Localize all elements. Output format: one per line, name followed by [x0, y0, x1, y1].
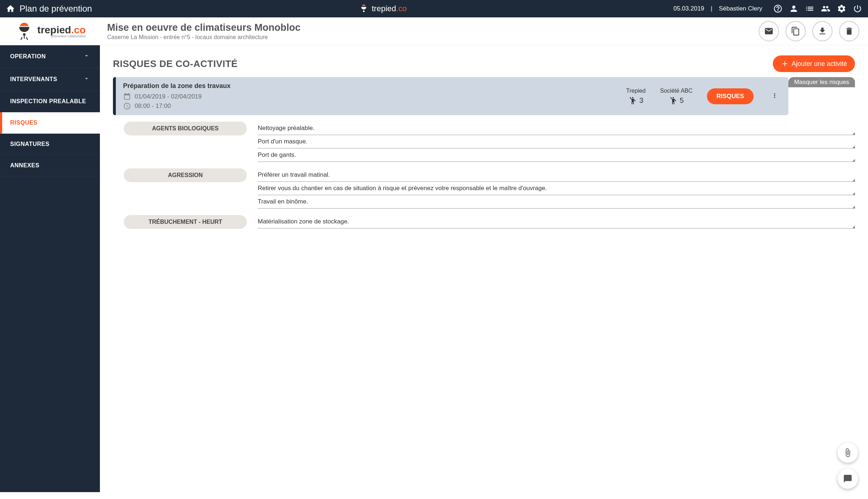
- sidebar: OPERATION INTERVENANTS INSPECTION PREALA…: [0, 45, 100, 492]
- sidebar-item-label: RISQUES: [10, 119, 38, 126]
- activity-main: Préparation de la zone des travaux 01/04…: [123, 82, 612, 110]
- activity-title: Préparation de la zone des travaux: [123, 82, 612, 90]
- settings-icon[interactable]: [837, 4, 846, 13]
- risk-row: AGRESSION Préférer un travail matinal. R…: [113, 162, 855, 209]
- chat-fab[interactable]: [838, 469, 858, 489]
- company-count: 5: [660, 96, 693, 105]
- risk-category: AGRESSION: [124, 168, 247, 182]
- person-icon[interactable]: [789, 4, 799, 13]
- measure-field[interactable]: Port d'un masque.: [258, 135, 855, 148]
- people-icon[interactable]: [821, 4, 830, 13]
- list-icon[interactable]: [805, 4, 814, 13]
- home-icon[interactable]: [6, 4, 15, 13]
- brand: trepied.co prévention collaborative: [0, 21, 100, 41]
- brand-logo-icon: [359, 4, 369, 14]
- risk-category: AGENTS BIOLOGIQUES: [124, 122, 247, 135]
- add-activity-button[interactable]: Ajouter une activité: [773, 55, 855, 72]
- risk-row: TRÉBUCHEMENT - HEURT Matérialisation zon…: [113, 209, 855, 229]
- risk-category: TRÉBUCHEMENT - HEURT: [124, 215, 247, 229]
- measure-field[interactable]: Matérialisation zone de stockage.: [258, 215, 855, 228]
- activity-time-text: 08:00 - 17:00: [135, 102, 171, 110]
- sidebar-item-label: SIGNATURES: [10, 141, 50, 147]
- sidebar-item-label: INTERVENANTS: [10, 76, 57, 83]
- sidebar-item-signatures[interactable]: SIGNATURES: [0, 134, 100, 155]
- risk-measures: Matérialisation zone de stockage.: [258, 215, 855, 228]
- attach-fab[interactable]: [838, 443, 858, 463]
- help-icon[interactable]: [773, 4, 783, 13]
- copy-button[interactable]: [785, 21, 806, 41]
- activity-date-text: 01/04/2019 - 02/04/2019: [135, 93, 202, 100]
- header-actions: [759, 21, 859, 41]
- risques-button[interactable]: RISQUES: [707, 88, 754, 104]
- risk-measures: Préférer un travail matinal. Retirer vou…: [258, 168, 855, 209]
- svg-point-0: [363, 11, 365, 12]
- sidebar-item-risques[interactable]: RISQUES: [0, 112, 100, 134]
- download-button[interactable]: [812, 21, 833, 41]
- more-icon[interactable]: [768, 89, 781, 104]
- fab-stack: [838, 443, 858, 489]
- person-standing-icon: [669, 96, 678, 105]
- page-title: RISQUES DE CO-ACTIVITÉ: [113, 58, 238, 70]
- clock-icon: [123, 102, 131, 110]
- person-standing-icon: [628, 96, 637, 105]
- svg-point-2: [632, 97, 633, 98]
- company-trepied: Trepied 3: [626, 88, 646, 105]
- sidebar-item-intervenants[interactable]: INTERVENANTS: [0, 68, 100, 91]
- company-count: 3: [626, 96, 646, 105]
- topbar-right: 05.03.2019 | Sébastien Clery: [673, 4, 862, 13]
- activity-date: 01/04/2019 - 02/04/2019: [123, 93, 612, 101]
- measure-field[interactable]: Travail en binôme.: [258, 195, 855, 209]
- project-info: Mise en oeuvre de climatiseurs Monobloc …: [107, 22, 751, 41]
- sidebar-item-label: OPERATION: [10, 53, 46, 60]
- topbar-icons: [773, 4, 862, 13]
- activity-card: Préparation de la zone des travaux 01/04…: [113, 77, 788, 115]
- calendar-icon: [123, 93, 131, 101]
- sidebar-item-annexes[interactable]: ANNEXES: [0, 155, 100, 176]
- measure-field[interactable]: Port de gants.: [258, 148, 855, 162]
- measure-field[interactable]: Retirer vous du chantier en cas de situa…: [258, 182, 855, 195]
- company-name: Trepied: [626, 88, 646, 94]
- brand-text-2: .co: [396, 4, 406, 13]
- breadcrumb: Plan de prévention: [20, 4, 92, 14]
- main-content: RISQUES DE CO-ACTIVITÉ Ajouter une activ…: [100, 45, 868, 492]
- chevron-down-icon: [83, 53, 90, 60]
- risk-measures: Nettoyage préalable. Port d'un masque. P…: [258, 122, 855, 162]
- svg-point-1: [23, 33, 26, 36]
- topbar-brand: trepied.co: [97, 4, 668, 14]
- sidebar-item-label: ANNEXES: [10, 162, 39, 169]
- topbar-separator: |: [711, 5, 712, 12]
- svg-point-3: [673, 97, 674, 98]
- hide-risks-button[interactable]: Masquer les risques: [788, 77, 855, 87]
- project-title: Mise en oeuvre de climatiseurs Monobloc: [107, 22, 751, 33]
- sidebar-item-label: INSPECTION PREALABLE: [10, 98, 86, 105]
- topbar: Plan de prévention trepied.co 05.03.2019…: [0, 0, 868, 17]
- risk-rows: AGENTS BIOLOGIQUES Nettoyage préalable. …: [113, 115, 855, 229]
- sidebar-item-operation[interactable]: OPERATION: [0, 45, 100, 68]
- topbar-user: Sébastien Clery: [719, 5, 762, 12]
- company-count-value: 5: [680, 96, 684, 105]
- body: OPERATION INTERVENANTS INSPECTION PREALA…: [0, 45, 868, 492]
- measure-field[interactable]: Préférer un travail matinal.: [258, 168, 855, 182]
- brand-logo-icon: [14, 21, 34, 41]
- chevron-down-icon: [83, 75, 90, 83]
- measure-field[interactable]: Nettoyage préalable.: [258, 122, 855, 135]
- brand-text-1: trepied: [372, 4, 396, 13]
- project-subtitle: Caserne La Mission - entrée n°5 - locaux…: [107, 34, 751, 41]
- add-button-label: Ajouter une activité: [792, 60, 847, 68]
- sidebar-item-inspection[interactable]: INSPECTION PREALABLE: [0, 91, 100, 112]
- power-icon[interactable]: [853, 4, 862, 13]
- headerbar: trepied.co prévention collaborative Mise…: [0, 17, 868, 45]
- risk-row: AGENTS BIOLOGIQUES Nettoyage préalable. …: [113, 115, 855, 162]
- company-abc: Société ABC 5: [660, 88, 693, 105]
- activity-time: 08:00 - 17:00: [123, 102, 612, 110]
- page-head: RISQUES DE CO-ACTIVITÉ Ajouter une activ…: [113, 55, 855, 72]
- delete-button[interactable]: [839, 21, 859, 41]
- company-count-value: 3: [639, 96, 643, 105]
- company-name: Société ABC: [660, 88, 693, 94]
- topbar-left: Plan de prévention: [6, 4, 92, 14]
- topbar-date: 05.03.2019: [673, 5, 704, 12]
- email-button[interactable]: [759, 21, 779, 41]
- plus-icon: [781, 60, 789, 68]
